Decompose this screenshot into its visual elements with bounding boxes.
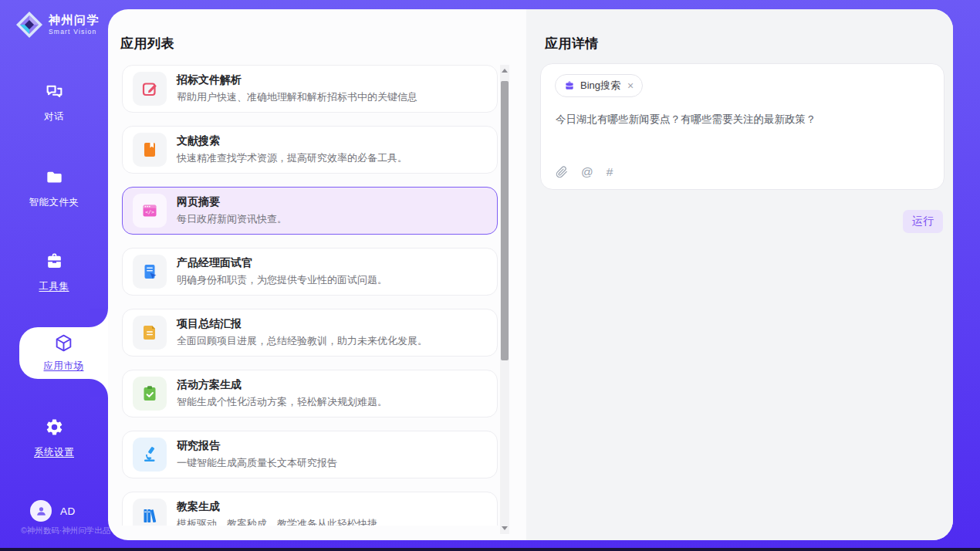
app-card-title: 招标文件解析 bbox=[177, 73, 417, 87]
microscope-icon bbox=[133, 438, 167, 472]
app-card-title: 文献搜索 bbox=[177, 134, 407, 148]
app-card-description: 全面回顾项目进展，总结经验教训，助力未来优化发展。 bbox=[177, 334, 427, 348]
app-card-title: 产品经理面试官 bbox=[177, 256, 387, 270]
folder-icon bbox=[45, 167, 64, 190]
app-card-texts: 网页摘要每日政府新闻资讯快查。 bbox=[177, 195, 287, 226]
brand-name: 神州问学 bbox=[49, 14, 100, 27]
app-card-texts: 活动方案生成智能生成个性化活动方案，轻松解决规划难题。 bbox=[177, 378, 387, 409]
diamond-logo-icon bbox=[15, 10, 44, 39]
app-card-description: 智能生成个性化活动方案，轻松解决规划难题。 bbox=[177, 395, 387, 409]
scrollbar-thumb[interactable] bbox=[501, 81, 509, 360]
app-card-title: 研究报告 bbox=[177, 439, 337, 453]
paperclip-icon[interactable] bbox=[556, 166, 568, 178]
avatar[interactable] bbox=[30, 500, 52, 522]
books-icon bbox=[133, 499, 167, 526]
app-card[interactable]: 招标文件解析帮助用户快速、准确地理解和解析招标书中的关键信息 bbox=[122, 65, 498, 113]
briefcase-icon bbox=[564, 80, 575, 91]
cube-icon bbox=[54, 333, 73, 356]
at-icon[interactable]: @ bbox=[581, 166, 593, 178]
app-card[interactable]: 教案生成模板驱动，教案秒成，教学准备从此轻松快捷 bbox=[122, 492, 498, 526]
app-card-title: 活动方案生成 bbox=[177, 378, 387, 392]
app-list-title: 应用列表 bbox=[120, 35, 174, 52]
app-detail-title: 应用详情 bbox=[545, 35, 599, 52]
app-card-texts: 研究报告一键智能生成高质量长文本研究报告 bbox=[177, 439, 337, 470]
app-card-texts: 招标文件解析帮助用户快速、准确地理解和解析招标书中的关键信息 bbox=[177, 73, 417, 104]
app-card[interactable]: 产品经理面试官明确身份和职责，为您提供专业性的面试问题。 bbox=[122, 248, 498, 296]
sidebar-item-chat[interactable]: 对话 bbox=[0, 82, 108, 123]
scroll-up-arrow[interactable] bbox=[502, 69, 508, 73]
chat-icon bbox=[45, 82, 64, 104]
app-card[interactable]: 项目总结汇报全面回顾项目进展，总结经验教训，助力未来优化发展。 bbox=[122, 309, 498, 357]
report-icon bbox=[133, 316, 167, 350]
app-card[interactable]: 文献搜索快速精准查找学术资源，提高研究效率的必备工具。 bbox=[122, 126, 498, 174]
prompt-input-card[interactable]: Bing搜索 × 今日湖北有哪些新闻要点？有哪些需要关注的最新政策？ @# bbox=[540, 63, 945, 190]
gear-icon bbox=[45, 417, 64, 440]
app-card-description: 模板驱动，教案秒成，教学准备从此轻松快捷 bbox=[177, 517, 377, 526]
app-card-texts: 文献搜索快速精准查找学术资源，提高研究效率的必备工具。 bbox=[177, 134, 407, 165]
sidebar-item-label: 工具集 bbox=[39, 280, 69, 293]
sidebar: 神州问学 Smart Vision 对话智能文件夹工具集 应用市场系统设置 AD… bbox=[0, 0, 108, 548]
edit-icon bbox=[133, 72, 167, 106]
app-card-description: 帮助用户快速、准确地理解和解析招标书中的关键信息 bbox=[177, 90, 417, 104]
user-name: AD bbox=[60, 505, 76, 517]
scrollbar[interactable] bbox=[500, 65, 509, 534]
app-card-description: 每日政府新闻资讯快查。 bbox=[177, 212, 287, 226]
copyright-footer: ©神州数码·神州问学出品 bbox=[0, 526, 123, 536]
run-button[interactable]: 运行 bbox=[903, 210, 943, 233]
app-card-texts: 项目总结汇报全面回顾项目进展，总结经验教训，助力未来优化发展。 bbox=[177, 317, 427, 348]
window-bottom-edge bbox=[0, 548, 980, 551]
sidebar-item-toolbox[interactable]: 工具集 bbox=[0, 252, 108, 293]
app-card[interactable]: 研究报告一键智能生成高质量长文本研究报告 bbox=[122, 431, 498, 478]
sidebar-item-label: 对话 bbox=[44, 110, 64, 123]
app-list-panel: 应用列表 招标文件解析帮助用户快速、准确地理解和解析招标书中的关键信息文献搜索快… bbox=[108, 9, 526, 540]
app-card-texts: 教案生成模板驱动，教案秒成，教学准备从此轻松快捷 bbox=[177, 500, 377, 526]
app-list: 招标文件解析帮助用户快速、准确地理解和解析招标书中的关键信息文献搜索快速精准查找… bbox=[122, 65, 499, 526]
clipboard-icon bbox=[133, 377, 167, 411]
book-icon bbox=[133, 133, 167, 167]
scroll-down-arrow[interactable] bbox=[502, 526, 508, 530]
tool-tag-label: Bing搜索 bbox=[580, 79, 620, 93]
app-card[interactable]: 活动方案生成智能生成个性化活动方案，轻松解决规划难题。 bbox=[122, 370, 498, 417]
app-card-title: 项目总结汇报 bbox=[177, 317, 427, 331]
app-logo: 神州问学 Smart Vision bbox=[15, 10, 100, 39]
app-card-description: 快速精准查找学术资源，提高研究效率的必备工具。 bbox=[177, 151, 407, 165]
app-card-texts: 产品经理面试官明确身份和职责，为您提供专业性的面试问题。 bbox=[177, 256, 387, 287]
sidebar-item-gear[interactable]: 系统设置 bbox=[0, 417, 108, 459]
sidebar-item-label: 智能文件夹 bbox=[29, 196, 79, 209]
sidebar-item-label: 应用市场 bbox=[44, 360, 84, 373]
app-card-title: 教案生成 bbox=[177, 500, 377, 514]
sidebar-item-folder[interactable]: 智能文件夹 bbox=[0, 167, 108, 209]
main-container: 应用列表 招标文件解析帮助用户快速、准确地理解和解析招标书中的关键信息文献搜索快… bbox=[108, 9, 953, 540]
person-icon bbox=[35, 505, 48, 518]
resume-icon bbox=[133, 255, 167, 289]
app-card-title: 网页摘要 bbox=[177, 195, 287, 209]
sidebar-item-cube[interactable]: 应用市场 bbox=[19, 327, 108, 379]
hash-icon[interactable]: # bbox=[607, 166, 613, 178]
app-card-description: 明确身份和职责，为您提供专业性的面试问题。 bbox=[177, 273, 387, 287]
svg-text:</>: </> bbox=[145, 209, 154, 215]
app-card[interactable]: </>网页摘要每日政府新闻资讯快查。 bbox=[122, 187, 498, 235]
sidebar-item-label: 系统设置 bbox=[34, 446, 74, 459]
app-card-description: 一键智能生成高质量长文本研究报告 bbox=[177, 456, 337, 470]
close-icon[interactable]: × bbox=[627, 80, 634, 91]
toolbox-icon bbox=[45, 252, 64, 274]
composer-toolbar: @# bbox=[556, 166, 613, 178]
app-detail-panel: 应用详情 Bing搜索 × 今日湖北有哪些新闻要点？有哪些需要关注的最新政策？ … bbox=[526, 9, 953, 540]
brand-subtitle: Smart Vision bbox=[49, 28, 100, 35]
query-text[interactable]: 今日湖北有哪些新闻要点？有哪些需要关注的最新政策？ bbox=[556, 112, 928, 127]
user-row[interactable]: AD bbox=[30, 500, 76, 522]
tool-tag-bing-search[interactable]: Bing搜索 × bbox=[555, 74, 643, 97]
web-icon: </> bbox=[133, 194, 167, 228]
